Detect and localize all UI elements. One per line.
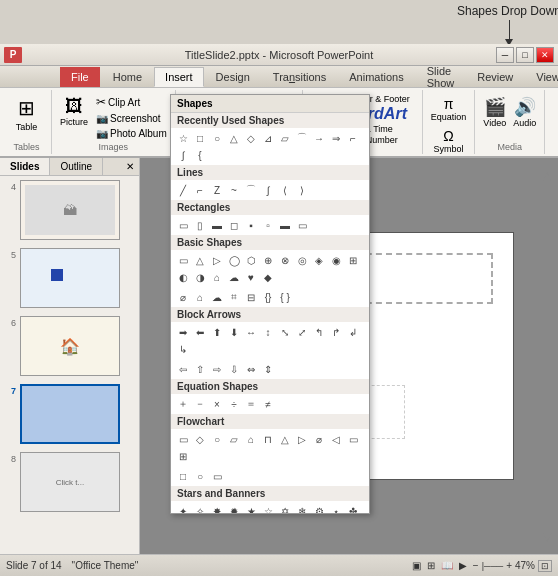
fc-7[interactable]: △ <box>277 431 293 447</box>
tab-slideshow[interactable]: Slide Show <box>416 67 466 87</box>
star-4[interactable]: ✹ <box>226 503 242 513</box>
shape-line[interactable]: ╱ <box>175 182 191 198</box>
shapes-dropdown-inner[interactable]: Recently Used Shapes ☆ □ ○ △ ◇ ⊿ ▱ ⌒ → ⇒… <box>171 113 369 513</box>
bshape-22[interactable]: ⊟ <box>243 289 259 305</box>
bshape-10[interactable]: ◉ <box>328 252 344 268</box>
bshape-1[interactable]: ▭ <box>175 252 191 268</box>
barrow-18[interactable]: ⇕ <box>260 361 276 377</box>
slide-item-8[interactable]: 8 Click t... <box>0 448 139 516</box>
bshape-23[interactable]: {} <box>260 289 276 305</box>
eq-1[interactable]: ＋ <box>175 396 191 412</box>
barrow-13[interactable]: ⇦ <box>175 361 191 377</box>
tab-file[interactable]: File <box>60 67 100 87</box>
shape-rect2[interactable]: ▯ <box>192 217 208 233</box>
star-9[interactable]: ⚙ <box>311 503 327 513</box>
shape-rtri[interactable]: ⊿ <box>260 130 276 146</box>
screenshot-btn[interactable]: 📷 Screenshot <box>94 112 169 125</box>
photoalbum-btn[interactable]: 📷 Photo Album <box>94 127 169 140</box>
bshape-18[interactable]: ⌀ <box>175 289 191 305</box>
shape-rect4[interactable]: ◻ <box>226 217 242 233</box>
barrow-17[interactable]: ⇔ <box>243 361 259 377</box>
tab-home[interactable]: Home <box>102 67 153 87</box>
bshape-12[interactable]: ◐ <box>175 269 191 285</box>
outline-tab[interactable]: Outline <box>50 158 103 175</box>
barrow-6[interactable]: ↕ <box>260 324 276 340</box>
normal-view-btn[interactable]: ▣ <box>412 560 421 571</box>
shape-curve[interactable]: ∫ <box>175 147 191 163</box>
maximize-btn[interactable]: □ <box>516 47 534 63</box>
bshape-15[interactable]: ☁ <box>226 269 242 285</box>
bshape-11[interactable]: ⊞ <box>345 252 361 268</box>
tab-insert[interactable]: Insert <box>154 67 204 87</box>
fc-3[interactable]: ○ <box>209 431 225 447</box>
zoom-slider[interactable]: |─── <box>482 561 503 571</box>
scroll-up-btn[interactable]: ▲ <box>540 168 554 184</box>
shape-wave[interactable]: ⌒ <box>243 182 259 198</box>
video-btn[interactable]: 🎬 Video <box>481 94 508 130</box>
reading-btn[interactable]: 📖 <box>441 560 453 571</box>
shape-rect6[interactable]: ▫ <box>260 217 276 233</box>
star-11[interactable]: ✤ <box>345 503 361 513</box>
slide-item-7[interactable]: 7 <box>0 380 139 448</box>
shape-freehand[interactable]: ∫ <box>260 182 276 198</box>
barrow-8[interactable]: ⤢ <box>294 324 310 340</box>
shape-corner[interactable]: ⌐ <box>192 182 208 198</box>
star-7[interactable]: ✡ <box>277 503 293 513</box>
shape-diamond[interactable]: ◇ <box>243 130 259 146</box>
slide-item-4[interactable]: 4 🏔 <box>0 176 139 244</box>
bshape-4[interactable]: ◯ <box>226 252 242 268</box>
bshape-7[interactable]: ⊗ <box>277 252 293 268</box>
shape-rect7[interactable]: ▬ <box>277 217 293 233</box>
eq-4[interactable]: ÷ <box>226 396 242 412</box>
shape-rect[interactable]: □ <box>192 130 208 146</box>
bshape-24[interactable]: { } <box>277 289 293 305</box>
bshape-16[interactable]: ♥ <box>243 269 259 285</box>
bshape-20[interactable]: ☁ <box>209 289 225 305</box>
fc-5[interactable]: ⌂ <box>243 431 259 447</box>
fc-13[interactable]: □ <box>175 468 191 484</box>
close-btn[interactable]: ✕ <box>536 47 554 63</box>
panel-close-btn[interactable]: ✕ <box>121 158 139 175</box>
barrow-14[interactable]: ⇧ <box>192 361 208 377</box>
barrow-16[interactable]: ⇩ <box>226 361 242 377</box>
star-10[interactable]: ⋆ <box>328 503 344 513</box>
barrow-5[interactable]: ↔ <box>243 324 259 340</box>
star-6[interactable]: ☆ <box>260 503 276 513</box>
fc-12[interactable]: ⊞ <box>175 448 191 464</box>
fit-btn[interactable]: ⊡ <box>538 560 552 572</box>
shape-l[interactable]: ⌐ <box>345 130 361 146</box>
clipart-btn[interactable]: ✂ Clip Art <box>94 94 169 110</box>
bshape-2[interactable]: △ <box>192 252 208 268</box>
fc-8[interactable]: ▷ <box>294 431 310 447</box>
audio-btn[interactable]: 🔊 Audio <box>511 94 538 130</box>
barrow-9[interactable]: ↰ <box>311 324 327 340</box>
star-5[interactable]: ★ <box>243 503 259 513</box>
zoom-in-btn[interactable]: + <box>506 560 512 571</box>
fc-11[interactable]: ▭ <box>345 431 361 447</box>
shape-arc[interactable]: ⌒ <box>294 130 310 146</box>
shape-para[interactable]: ▱ <box>277 130 293 146</box>
star-1[interactable]: ✦ <box>175 503 191 513</box>
slide-item-5[interactable]: 5 <box>0 244 139 312</box>
bshape-13[interactable]: ◑ <box>192 269 208 285</box>
shape-zline[interactable]: Z <box>209 182 225 198</box>
equation-btn[interactable]: π Equation <box>429 94 469 124</box>
fc-9[interactable]: ⌀ <box>311 431 327 447</box>
fc-14[interactable]: ○ <box>192 468 208 484</box>
tab-design[interactable]: Design <box>205 67 261 87</box>
barrow-1[interactable]: ➡ <box>175 324 191 340</box>
zoom-out-btn[interactable]: − <box>473 560 479 571</box>
barrow-7[interactable]: ⤡ <box>277 324 293 340</box>
bshape-21[interactable]: ⌗ <box>226 289 242 305</box>
bshape-8[interactable]: ◎ <box>294 252 310 268</box>
symbol-btn[interactable]: Ω Symbol <box>429 126 469 156</box>
shape-arrow[interactable]: → <box>311 130 327 146</box>
tab-transitions[interactable]: Transitions <box>262 67 337 87</box>
star-8[interactable]: ❄ <box>294 503 310 513</box>
barrow-4[interactable]: ⬇ <box>226 324 242 340</box>
picture-btn[interactable]: 🖼 Picture <box>58 94 90 129</box>
barrow-2[interactable]: ⬅ <box>192 324 208 340</box>
table-btn[interactable]: ⊞ Table <box>11 92 43 134</box>
slides-tab[interactable]: Slides <box>0 158 50 175</box>
shape-rect8[interactable]: ▭ <box>294 217 310 233</box>
